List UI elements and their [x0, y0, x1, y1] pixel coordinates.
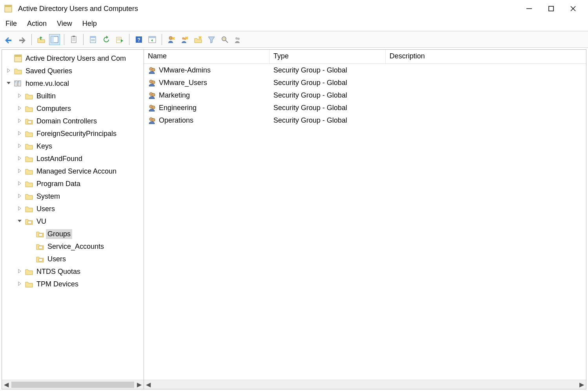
- chevron-down-icon[interactable]: [16, 218, 23, 224]
- tree-item[interactable]: Builtin: [4, 90, 144, 102]
- column-header-type[interactable]: Type: [269, 50, 386, 63]
- tree-item-label: home.vu.local: [24, 79, 71, 89]
- tree-item-label: Domain Controllers: [35, 116, 98, 126]
- domain-icon: [14, 79, 22, 88]
- scroll-thumb[interactable]: [11, 382, 134, 388]
- chevron-right-icon[interactable]: [16, 93, 23, 99]
- tree-item-label: Keys: [35, 141, 54, 151]
- tree-item[interactable]: home.vu.local: [4, 77, 144, 90]
- show-hide-console-tree-button[interactable]: [49, 34, 60, 45]
- tree-item[interactable]: Users: [4, 203, 144, 215]
- find-button[interactable]: [219, 34, 230, 45]
- column-header-description[interactable]: Description: [386, 50, 586, 63]
- export-list-button[interactable]: [114, 34, 125, 45]
- menu-view[interactable]: View: [57, 20, 72, 28]
- menu-action[interactable]: Action: [27, 20, 47, 28]
- close-button[interactable]: [562, 1, 584, 16]
- add-to-group-button[interactable]: [233, 34, 244, 45]
- show-hide-action-pane-button[interactable]: [147, 34, 158, 45]
- tree-item[interactable]: Service_Accounts: [4, 240, 144, 253]
- chevron-right-icon[interactable]: [16, 206, 23, 212]
- ou-icon: [36, 242, 44, 251]
- tree-item-label: Active Directory Users and Com: [24, 54, 127, 63]
- chevron-right-icon[interactable]: [16, 268, 23, 275]
- maximize-button[interactable]: [540, 1, 562, 16]
- tree-item[interactable]: Groups: [4, 228, 144, 240]
- tree-item[interactable]: Keys: [4, 140, 144, 152]
- toolbar: [0, 31, 588, 48]
- tree-item[interactable]: Domain Controllers: [4, 115, 144, 127]
- tree-item[interactable]: Managed Service Accoun: [4, 165, 144, 177]
- tree-item[interactable]: Active Directory Users and Com: [4, 52, 144, 65]
- tree-item[interactable]: Users: [4, 253, 144, 265]
- tree-item[interactable]: LostAndFound: [4, 152, 144, 165]
- scroll-left-icon[interactable]: ◀: [145, 381, 152, 388]
- list-pane: Name Type Description VMware-AdminsSecur…: [144, 50, 586, 389]
- tree-item[interactable]: VU: [4, 215, 144, 228]
- chevron-right-icon[interactable]: [16, 118, 23, 124]
- folder-icon: [25, 280, 33, 288]
- filter-button[interactable]: [206, 34, 217, 45]
- tree-view[interactable]: Active Directory Users and ComSaved Quer…: [2, 50, 144, 380]
- scroll-right-icon[interactable]: ▶: [578, 381, 585, 388]
- chevron-down-icon[interactable]: [5, 80, 12, 87]
- chevron-right-icon[interactable]: [16, 143, 23, 149]
- new-user-button[interactable]: [166, 34, 177, 45]
- tree-item[interactable]: Computers: [4, 102, 144, 115]
- list-horizontal-scrollbar[interactable]: ◀ ▶: [144, 380, 586, 389]
- toolbar-separator: [31, 34, 32, 45]
- list-row[interactable]: OperationsSecurity Group - Global: [144, 114, 586, 127]
- up-folder-button[interactable]: [36, 34, 47, 45]
- scroll-left-icon[interactable]: ◀: [3, 381, 10, 388]
- help-button[interactable]: [133, 34, 144, 45]
- tree-item[interactable]: Program Data: [4, 177, 144, 190]
- clipboard-button[interactable]: [68, 34, 79, 45]
- chevron-right-icon[interactable]: [16, 156, 23, 162]
- folder-icon: [25, 167, 33, 176]
- list-row[interactable]: VMware_UsersSecurity Group - Global: [144, 76, 586, 89]
- list-cell-name-label: Operations: [159, 116, 193, 125]
- tree-item[interactable]: TPM Devices: [4, 278, 144, 290]
- list-cell-name-label: Engineering: [159, 104, 197, 112]
- tree-item-label: Service_Accounts: [46, 242, 106, 252]
- back-button[interactable]: [3, 34, 14, 45]
- chevron-right-icon[interactable]: [16, 193, 23, 199]
- folder-icon: [25, 104, 33, 113]
- group-icon: [148, 66, 157, 74]
- minimize-button[interactable]: [518, 1, 540, 16]
- tree-item[interactable]: System: [4, 190, 144, 203]
- scroll-right-icon[interactable]: ▶: [136, 381, 143, 388]
- tree-item-label: Users: [46, 254, 67, 264]
- tree-item[interactable]: ForeignSecurityPrincipals: [4, 127, 144, 140]
- refresh-button[interactable]: [101, 34, 112, 45]
- forward-button[interactable]: [16, 34, 27, 45]
- list-cell-name-label: VMware-Admins: [159, 66, 211, 74]
- list-row[interactable]: VMware-AdminsSecurity Group - Global: [144, 64, 586, 76]
- list-header: Name Type Description: [144, 50, 586, 64]
- list-body: VMware-AdminsSecurity Group - GlobalVMwa…: [144, 64, 586, 380]
- folder-icon: [25, 154, 33, 163]
- list-row[interactable]: EngineeringSecurity Group - Global: [144, 101, 586, 114]
- tree-item[interactable]: NTDS Quotas: [4, 265, 144, 278]
- menu-file[interactable]: File: [5, 20, 17, 28]
- scroll-thumb[interactable]: [153, 382, 577, 388]
- group-icon: [148, 116, 157, 125]
- properties-button[interactable]: [87, 34, 98, 45]
- new-group-button[interactable]: [179, 34, 190, 45]
- list-cell-type: Security Group - Global: [269, 91, 386, 100]
- chevron-right-icon[interactable]: [16, 105, 23, 112]
- new-ou-button[interactable]: [193, 34, 204, 45]
- menu-help[interactable]: Help: [82, 20, 97, 28]
- folder-icon: [25, 92, 33, 100]
- group-icon: [148, 103, 157, 112]
- list-row[interactable]: MarketingSecurity Group - Global: [144, 89, 586, 101]
- tree-horizontal-scrollbar[interactable]: ◀ ▶: [2, 380, 144, 389]
- chevron-right-icon[interactable]: [5, 68, 12, 74]
- chevron-right-icon[interactable]: [16, 181, 23, 187]
- chevron-right-icon[interactable]: [16, 130, 23, 137]
- folder-icon: [25, 129, 33, 138]
- chevron-right-icon[interactable]: [16, 168, 23, 174]
- column-header-name[interactable]: Name: [144, 50, 269, 63]
- chevron-right-icon[interactable]: [16, 281, 23, 287]
- tree-item[interactable]: Saved Queries: [4, 65, 144, 77]
